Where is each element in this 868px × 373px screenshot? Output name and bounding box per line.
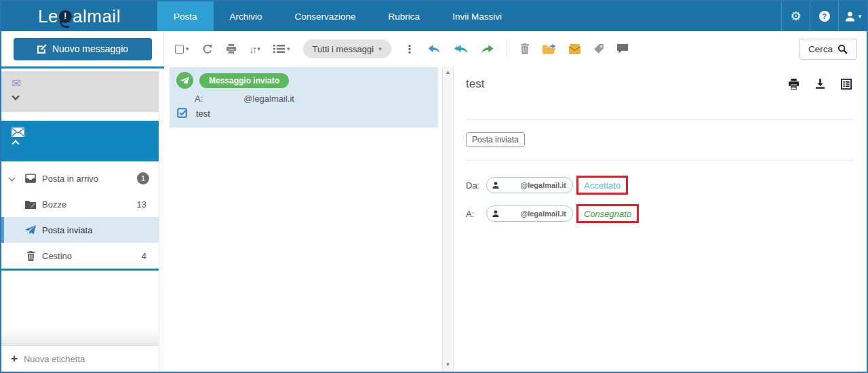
chevron-down-icon: ▾ (186, 45, 189, 52)
settings-button[interactable]: ⚙ (781, 1, 810, 31)
to-label: A: (195, 94, 203, 104)
drafts-folder-icon (24, 200, 37, 209)
toolbar: Nuovo messaggio ▾ ↓↑▾ ▾ Tutti i messaggi… (1, 31, 867, 66)
chevron-up-icon (12, 140, 19, 147)
tab-conservazione[interactable]: Conservazione (279, 1, 372, 31)
expand-caret-icon (9, 175, 16, 182)
sidebar-item-bozze[interactable]: Bozze 13 (1, 191, 164, 217)
forward-icon (481, 44, 494, 54)
message-list-item[interactable]: Messaggio inviato A: @legalmail.it test (170, 67, 438, 127)
folder-count: 4 (142, 251, 146, 261)
chevron-down-icon: ▾ (378, 45, 382, 52)
envelope-icon: ✉ (12, 78, 164, 90)
sidebar-item-posta-in-arrivo[interactable]: Posta in arrivo 1 (1, 165, 164, 191)
sidebar-item-posta-inviata[interactable]: Posta inviata (1, 217, 164, 243)
comment-button[interactable] (617, 44, 628, 54)
account-collapsed-panel[interactable]: ✉ (1, 71, 164, 112)
tab-archivio[interactable]: Archivio (214, 1, 279, 31)
view-options-button[interactable]: ▾ (273, 44, 290, 54)
unread-badge: 1 (137, 172, 149, 184)
new-message-button[interactable]: Nuovo messaggio (14, 38, 152, 60)
trash-icon (24, 251, 37, 261)
to-label: A: (466, 209, 486, 219)
sidebar-accent-line (1, 66, 164, 68)
message-checkbox[interactable] (177, 108, 188, 119)
sidebar-item-cestino[interactable]: Cestino 4 (1, 243, 164, 269)
divider (466, 119, 853, 120)
sender-address-pill[interactable]: @legalmail.it (486, 177, 573, 193)
chevron-down-icon: ▾ (287, 45, 290, 52)
folder-list: Posta in arrivo 1 Bozze 13 Posta inviata (1, 165, 164, 269)
sort-button[interactable]: ↓↑▾ (250, 43, 261, 55)
gear-icon: ⚙ (790, 10, 801, 22)
main-nav-tabs: Posta Archivio Conservazione Rubrica Inv… (157, 1, 518, 31)
tab-posta[interactable]: Posta (157, 1, 214, 31)
tag-icon (593, 43, 604, 54)
logo-text-post: almail (73, 6, 121, 27)
help-button[interactable]: ? (810, 1, 838, 31)
logo-text-pre: Le (38, 6, 58, 27)
chevron-down-icon (12, 92, 19, 100)
forward-button[interactable] (481, 44, 494, 54)
new-label-button[interactable]: + Nuova etichetta (1, 346, 164, 372)
help-icon: ? (819, 11, 830, 22)
account-active-panel[interactable] (1, 121, 164, 161)
legalmail-webmail-window: Le!almail Posta Archivio Conservazione R… (0, 0, 868, 373)
reply-icon (428, 44, 441, 54)
message-detail-pane: test Posta inviata Da: (454, 66, 867, 372)
folder-sidebar: ✉ Posta in arrivo 1 (1, 66, 164, 372)
message-details-button[interactable] (841, 79, 852, 90)
highlight-annotation-box: Consegnato (576, 204, 639, 223)
tab-rubrica[interactable]: Rubrica (372, 1, 437, 31)
sidebar-scrollbar[interactable] (159, 68, 164, 372)
select-messages-button[interactable]: ▾ (175, 45, 189, 54)
move-to-folder-button[interactable] (542, 44, 556, 54)
message-list-scrollbar[interactable]: ▲ ▼ (442, 66, 454, 372)
move-to-pec-folder-button[interactable] (569, 44, 580, 54)
list-view-icon (273, 44, 285, 54)
reply-all-button[interactable] (454, 44, 468, 54)
message-filter-dropdown[interactable]: Tutti i messaggi ▾ (303, 39, 391, 58)
top-navbar: Le!almail Posta Archivio Conservazione R… (1, 1, 867, 31)
plus-icon: + (11, 352, 18, 366)
message-subject: test (196, 109, 210, 119)
print-list-button[interactable] (226, 44, 237, 54)
folder-count: 13 (137, 199, 146, 210)
user-icon (492, 210, 500, 218)
toolbar-left-section: Nuovo messaggio (1, 31, 164, 66)
content-area: ✉ Posta in arrivo 1 (1, 66, 867, 372)
comment-icon (617, 44, 628, 54)
folder-tag: Posta inviata (466, 132, 525, 147)
user-menu-button[interactable]: ▾ (838, 1, 867, 31)
refresh-icon (202, 43, 213, 54)
delete-button[interactable] (520, 43, 530, 54)
trash-icon (520, 43, 530, 54)
sender-row: Da: @legalmail.it Accettato (466, 174, 867, 197)
reply-button[interactable] (428, 44, 441, 54)
toolbar-divider (507, 41, 507, 57)
recipient-row: A: @legalmail.it Consegnato (466, 202, 867, 225)
tab-invii-massivi[interactable]: Invii Massivi (436, 1, 518, 31)
label-button[interactable] (593, 43, 604, 54)
chevron-down-icon: ▾ (258, 45, 261, 52)
toolbar-icons: ▾ ↓↑▾ ▾ Tutti i messaggi ▾ ⋮ (164, 39, 799, 58)
sort-icon: ↓↑ (250, 43, 256, 55)
inbox-icon (24, 174, 37, 183)
print-message-button[interactable] (788, 79, 800, 90)
envelope-icon (12, 127, 24, 137)
highlight-annotation-box: Accettato (576, 176, 628, 195)
status-consegnato: Consegnato (584, 209, 631, 219)
scroll-up-arrow[interactable]: ▲ (443, 69, 453, 75)
recipient-address-pill[interactable]: @legalmail.it (486, 205, 573, 222)
download-message-button[interactable] (815, 79, 825, 90)
status-badge: Messaggio inviato (199, 73, 289, 88)
pec-envelope-icon (569, 44, 580, 54)
scroll-down-arrow[interactable]: ▼ (443, 361, 453, 368)
detail-actions (788, 79, 852, 90)
refresh-button[interactable] (202, 43, 213, 54)
search-button[interactable]: Cerca (799, 39, 857, 60)
printer-icon (226, 44, 237, 54)
more-actions-button[interactable]: ⋮ (404, 43, 415, 56)
chevron-down-icon: ▾ (859, 13, 862, 20)
move-folder-icon (542, 44, 556, 54)
